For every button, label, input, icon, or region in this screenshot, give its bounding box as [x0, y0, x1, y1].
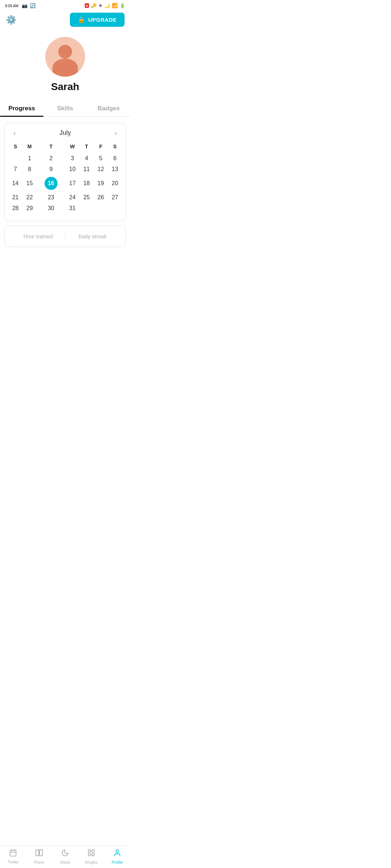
- calendar-day[interactable]: 6: [108, 153, 122, 164]
- calendar-day[interactable]: 2: [37, 153, 65, 164]
- calendar-day[interactable]: 19: [94, 175, 108, 192]
- calendar-day[interactable]: 31: [65, 203, 79, 214]
- avatar-body: [52, 59, 78, 77]
- stat-daily-streak: Daily streak: [66, 233, 120, 239]
- header: ⚙️ 🔒 UPGRADE: [0, 10, 130, 31]
- upgrade-button[interactable]: 🔒 UPGRADE: [70, 13, 125, 27]
- exchange-icon: 🔄: [30, 3, 35, 8]
- calendar-day[interactable]: 25: [80, 192, 94, 203]
- calendar-day[interactable]: 17: [65, 175, 79, 192]
- calendar-day: [8, 153, 22, 164]
- content-area: ‹ July › S M T W T F S 12345678910111213…: [0, 123, 130, 298]
- calendar-prev-button[interactable]: ‹: [11, 129, 18, 137]
- calendar-day[interactable]: 20: [108, 175, 122, 192]
- calendar-header: ‹ July ›: [8, 129, 122, 141]
- today-date[interactable]: 16: [45, 177, 58, 190]
- calendar-day[interactable]: 5: [94, 153, 108, 164]
- bluetooth-icon: ✳: [98, 3, 102, 8]
- calendar-body: 1234567891011121314151617181920212223242…: [8, 153, 122, 214]
- day-header-mon: M: [22, 141, 37, 153]
- calendar-day[interactable]: 1: [22, 153, 37, 164]
- calendar-day[interactable]: 7: [8, 164, 22, 175]
- calendar-day[interactable]: 12: [94, 164, 108, 175]
- status-bar: 8:08AM 📷 🔄 ● 🔑 ✳ 🌙 📶 🔋: [0, 0, 130, 10]
- calendar-day[interactable]: 11: [80, 164, 94, 175]
- calendar-day[interactable]: 30: [37, 203, 65, 214]
- calendar-day[interactable]: 27: [108, 192, 122, 203]
- calendar-day[interactable]: 16: [37, 175, 65, 192]
- day-header-sun: S: [8, 141, 22, 153]
- calendar-day[interactable]: 18: [80, 175, 94, 192]
- tab-skills[interactable]: Skills: [43, 101, 87, 116]
- upgrade-label: UPGRADE: [88, 17, 117, 23]
- avatar: [45, 37, 85, 77]
- avatar-head: [58, 45, 72, 59]
- stat-time-trained: Time trained: [10, 233, 65, 239]
- calendar-day[interactable]: 24: [65, 192, 79, 203]
- calendar-day[interactable]: 8: [22, 164, 37, 175]
- calendar-day[interactable]: 29: [22, 203, 37, 214]
- calendar-day[interactable]: 15: [22, 175, 37, 192]
- calendar-day: [94, 203, 108, 214]
- wifi-icon: 📶: [112, 3, 118, 8]
- calendar-card: ‹ July › S M T W T F S 12345678910111213…: [4, 123, 126, 221]
- settings-button[interactable]: ⚙️: [6, 15, 17, 25]
- user-name: Sarah: [51, 81, 79, 93]
- calendar-day[interactable]: 26: [94, 192, 108, 203]
- calendar-day: [80, 203, 94, 214]
- calendar-day[interactable]: 13: [108, 164, 122, 175]
- moon-icon: 🌙: [104, 3, 110, 8]
- calendar-day[interactable]: 10: [65, 164, 79, 175]
- video-icon: 📷: [22, 3, 28, 8]
- status-right-icons: ● 🔑 ✳ 🌙 📶 🔋: [85, 3, 125, 8]
- calendar-week-row: 78910111213: [8, 164, 122, 175]
- calendar-day[interactable]: 28: [8, 203, 22, 214]
- stat-streak-label: Daily streak: [66, 233, 120, 239]
- day-header-fri: F: [94, 141, 108, 153]
- calendar-day[interactable]: 9: [37, 164, 65, 175]
- calendar-day[interactable]: 22: [22, 192, 37, 203]
- calendar-week-row: 28293031: [8, 203, 122, 214]
- profile-tabs: Progress Skills Badges: [0, 101, 130, 117]
- record-icon: ●: [85, 3, 89, 8]
- calendar-week-row: 123456: [8, 153, 122, 164]
- calendar-next-button[interactable]: ›: [112, 129, 119, 137]
- calendar-day: [108, 203, 122, 214]
- calendar-month: July: [59, 129, 71, 137]
- key-icon: 🔑: [91, 3, 97, 8]
- calendar-day[interactable]: 14: [8, 175, 22, 192]
- day-header-tue: T: [37, 141, 65, 153]
- calendar-day[interactable]: 23: [37, 192, 65, 203]
- day-header-sat: S: [108, 141, 122, 153]
- day-header-wed: W: [65, 141, 79, 153]
- calendar-days-header: S M T W T F S: [8, 141, 122, 153]
- stat-time-label: Time trained: [10, 233, 65, 239]
- calendar-week-row: 21222324252627: [8, 192, 122, 203]
- tab-progress[interactable]: Progress: [0, 101, 43, 116]
- lock-icon: 🔒: [78, 16, 85, 23]
- avatar-section: Sarah: [0, 31, 130, 97]
- day-header-thu: T: [80, 141, 94, 153]
- calendar-day[interactable]: 21: [8, 192, 22, 203]
- stats-card: Time trained Daily streak: [4, 226, 126, 247]
- calendar-grid: S M T W T F S 12345678910111213141516171…: [8, 141, 122, 214]
- tab-badges[interactable]: Badges: [87, 101, 130, 116]
- battery-icon: 🔋: [119, 3, 125, 8]
- calendar-week-row: 14151617181920: [8, 175, 122, 192]
- calendar-day[interactable]: 4: [80, 153, 94, 164]
- status-time: 8:08AM: [5, 3, 18, 8]
- calendar-day[interactable]: 3: [65, 153, 79, 164]
